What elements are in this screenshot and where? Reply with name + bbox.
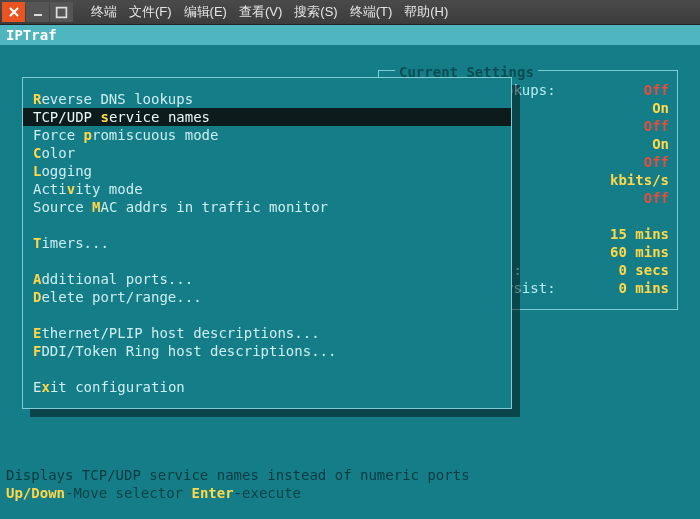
terminal-app-frame: IPTraf Current Settings Reverse DNS look… <box>0 25 700 519</box>
settings-value: Off <box>607 153 669 171</box>
settings-value: On <box>607 135 669 153</box>
settings-value: kbits/s <box>607 171 669 189</box>
settings-value: 0 secs <box>607 261 669 279</box>
menu-item-10[interactable]: Additional ports... <box>23 270 511 288</box>
menu-item-11[interactable]: Delete port/range... <box>23 288 511 306</box>
menu-item-0[interactable]: Reverse DNS lookups <box>23 90 511 108</box>
settings-value: 0 mins <box>607 279 669 297</box>
help-key-updown: Up/Down <box>6 485 65 501</box>
help-txt-exec: -execute <box>234 485 301 501</box>
menu-edit[interactable]: 编辑(E) <box>184 3 227 21</box>
menu-item-5[interactable]: Activity mode <box>23 180 511 198</box>
workspace: Current Settings Reverse DNS lookups:Off… <box>0 45 700 466</box>
minimize-icon[interactable] <box>26 2 49 22</box>
window-titlebar: 终端 文件(F) 编辑(E) 查看(V) 搜索(S) 终端(T) 帮助(H) <box>0 0 700 25</box>
close-icon[interactable] <box>2 2 25 22</box>
settings-value: Off <box>607 117 669 135</box>
status-line: Displays TCP/UDP service names instead o… <box>0 466 700 484</box>
menu-view[interactable]: 查看(V) <box>239 3 282 21</box>
menu-help[interactable]: 帮助(H) <box>404 3 448 21</box>
menu-item-6[interactable]: Source MAC addrs in traffic monitor <box>23 198 511 216</box>
menu-terminal[interactable]: 终端(T) <box>350 3 393 21</box>
window-menu-bar: 终端 文件(F) 编辑(E) 查看(V) 搜索(S) 终端(T) 帮助(H) <box>91 3 448 21</box>
menu-search[interactable]: 搜索(S) <box>294 3 337 21</box>
menu-item-1[interactable]: TCP/UDP service names <box>23 108 511 126</box>
menu-terminal-zh[interactable]: 终端 <box>91 3 117 21</box>
menu-item-13[interactable]: Ethernet/PLIP host descriptions... <box>23 324 511 342</box>
help-txt-move: -Move selector <box>65 485 191 501</box>
app-title: IPTraf <box>6 27 57 43</box>
menu-gap <box>23 252 511 270</box>
settings-value: 15 mins <box>607 225 669 243</box>
app-title-bar: IPTraf <box>0 25 700 45</box>
menu-item-14[interactable]: FDDI/Token Ring host descriptions... <box>23 342 511 360</box>
menu-item-16[interactable]: Exit configuration <box>23 378 511 396</box>
menu-item-8[interactable]: Timers... <box>23 234 511 252</box>
menu-gap <box>23 360 511 378</box>
config-menu-panel: Reverse DNS lookupsTCP/UDP service names… <box>22 77 512 409</box>
menu-item-3[interactable]: Color <box>23 144 511 162</box>
menu-gap <box>23 306 511 324</box>
menu-gap <box>23 216 511 234</box>
svg-rect-0 <box>57 7 67 17</box>
settings-value: Off <box>607 189 669 207</box>
settings-value: Off <box>607 81 669 99</box>
maximize-icon[interactable] <box>50 2 73 22</box>
help-key-enter: Enter <box>191 485 233 501</box>
bottom-filler <box>0 502 700 519</box>
settings-value: 60 mins <box>607 243 669 261</box>
settings-value: On <box>607 99 669 117</box>
menu-item-4[interactable]: Logging <box>23 162 511 180</box>
help-line: Up/Down-Move selector Enter-execute <box>0 484 700 502</box>
menu-file[interactable]: 文件(F) <box>129 3 172 21</box>
menu-item-2[interactable]: Force promiscuous mode <box>23 126 511 144</box>
